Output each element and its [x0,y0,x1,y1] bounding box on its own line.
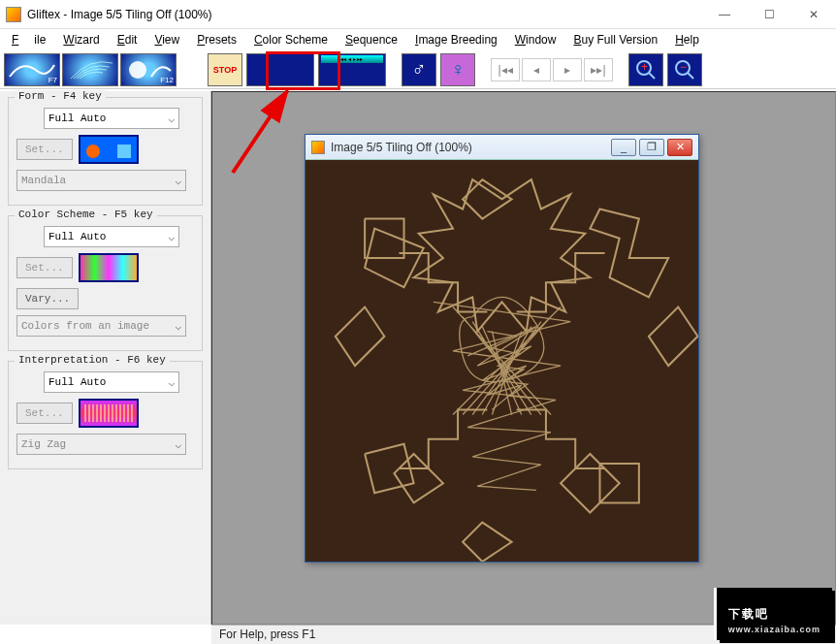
toolbar: F7 F12 STOP ◂◂ ◂ ▸ ▸▸ ♂ ♀ |◂◂ ◂ ▸ ▸▸| + … [0,50,836,89]
nav-first-button[interactable]: |◂◂ [491,58,520,81]
menu-buy-full[interactable]: Buy Full Version [565,31,665,48]
color-set-button[interactable]: Set... [16,257,73,278]
form-preset-select[interactable]: Mandala [16,170,186,191]
zoom-out-button[interactable]: − [667,53,702,86]
image-minimize-button[interactable]: _ [611,139,636,156]
color-vary-button[interactable]: Vary... [16,288,79,309]
image-window-title: Image 5/5 Tiling Off (100%) [331,141,608,154]
titlebar: Gliftex - Image 5/5 Tiling Off (100%) — … [0,0,836,29]
svg-point-0 [129,61,146,79]
image-maximize-button[interactable]: ❐ [639,139,664,156]
image-window-icon [311,141,325,154]
interp-preset-select[interactable]: Zig Zag [16,434,186,455]
menubar: File Wizard Edit View Presets Color Sche… [0,29,836,50]
app-icon [6,7,21,22]
form-preview-swatch [79,135,139,164]
menu-help[interactable]: Help [667,31,707,48]
status-help-text: For Help, press F1 [219,628,315,641]
menu-color-scheme[interactable]: Color Scheme [246,31,336,48]
svg-text:−: − [680,60,687,74]
image-window-titlebar[interactable]: Image 5/5 Tiling Off (100%) _ ❐ ✕ [305,135,698,160]
menu-sequence[interactable]: Sequence [338,31,405,48]
menu-edit[interactable]: Edit [110,31,145,48]
form-group: Form - F4 key Full Auto Set... Mandala [8,97,203,206]
image-window: Image 5/5 Tiling Off (100%) _ ❐ ✕ [305,134,699,563]
svg-text:+: + [641,60,648,74]
menu-window[interactable]: Window [507,31,564,48]
interpretation-group: Interpretation - F6 key Full Auto Set...… [8,361,203,469]
zoom-in-button[interactable]: + [628,53,663,86]
sidebar: Form - F4 key Full Auto Set... Mandala C… [0,91,211,625]
female-button[interactable]: ♀ [440,53,475,86]
menu-presets[interactable]: Presets [189,31,244,48]
color-group-title: Color Scheme - F5 key [15,209,157,220]
preset-f12-button[interactable]: F12 [120,53,177,86]
nav-last-button[interactable]: ▸▸| [584,58,613,81]
window-title: Gliftex - Image 5/5 Tiling Off (100%) [27,8,702,21]
stop-button[interactable]: STOP [208,53,242,86]
image-close-button[interactable]: ✕ [667,139,692,156]
interp-mode-select[interactable]: Full Auto [44,371,179,393]
color-mode-select[interactable]: Full Auto [44,226,179,247]
statusbar: For Help, press F1 [211,625,836,644]
close-button[interactable]: ✕ [791,0,836,29]
color-preview-swatch [79,253,139,282]
tile-3-button[interactable] [246,53,314,86]
menu-view[interactable]: View [146,31,187,48]
color-scheme-group: Color Scheme - F5 key Full Auto Set... V… [8,215,203,351]
maximize-button[interactable]: ☐ [747,0,791,29]
image-canvas [305,160,698,562]
form-mode-select[interactable]: Full Auto [44,108,179,129]
menu-file[interactable]: File [4,31,53,48]
nav-prev-button[interactable]: ◂ [522,58,551,81]
form-set-button[interactable]: Set... [16,139,73,160]
interp-set-button[interactable]: Set... [16,402,73,424]
nav-next-button[interactable]: ▸ [553,58,582,81]
svg-line-2 [649,73,655,79]
color-preset-select[interactable]: Colors from an image [16,315,186,337]
preset-f7-button[interactable]: F7 [4,53,60,86]
menu-wizard[interactable]: Wizard [55,31,107,48]
menu-image-breeding[interactable]: Image Breeding [407,31,505,48]
preset-feather-button[interactable] [62,53,118,86]
interp-preview-swatch [79,399,139,428]
form-group-title: Form - F4 key [15,90,106,102]
mdi-canvas-area: Image 5/5 Tiling Off (100%) _ ❐ ✕ [211,91,836,625]
interp-group-title: Interpretation - F6 key [15,354,170,366]
minimize-button[interactable]: — [702,0,747,29]
male-button[interactable]: ♂ [402,53,436,86]
sequence-strip-button[interactable]: ◂◂ ◂ ▸ ▸▸ [318,53,386,86]
svg-line-5 [688,73,693,79]
